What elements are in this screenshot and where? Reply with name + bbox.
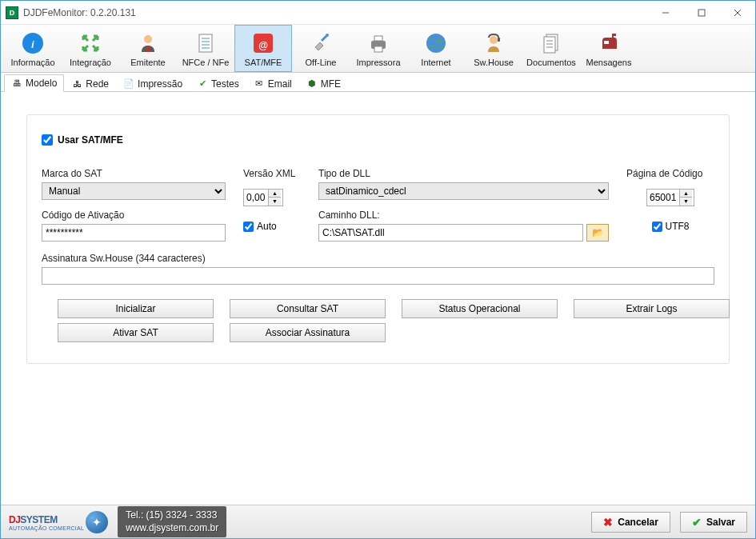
toolbar-nfce[interactable]: NFCe / NFe [177,25,234,72]
integration-icon [78,30,103,56]
ativar-button[interactable]: Ativar SAT [58,323,214,342]
sat-panel: Usar SAT/MFE Marca do SAT Manual Código … [26,114,730,364]
versao-spinner[interactable]: ▲▼ [243,189,283,206]
cancelar-button[interactable]: ✖Cancelar [591,512,670,533]
caminho-input[interactable] [318,224,583,242]
svg-rect-24 [544,37,555,53]
browse-button[interactable]: 📂 [586,224,609,242]
utf8-checkbox[interactable] [652,222,662,232]
toolbar-internet[interactable]: Internet [407,25,465,72]
contact-info: Tel.: (15) 3324 - 3333 www.djsystem.com.… [118,506,226,537]
sub-tabs: 🖶Modelo 🖧Rede 📄Impressão ✔Testes ✉Email … [1,73,755,92]
device-icon: 🖶 [11,78,22,89]
at-sign-icon: @ [250,30,276,56]
svg-rect-8 [199,34,212,52]
codigo-input[interactable] [42,224,226,242]
document-icon [193,30,218,56]
svg-rect-1 [698,10,705,16]
info-icon: i [20,30,46,56]
svg-text:@: @ [258,40,268,51]
usar-sat-checkbox[interactable] [42,134,53,146]
spin-up[interactable]: ▲ [680,190,692,198]
spin-down[interactable]: ▼ [269,198,281,206]
codigo-label: Código de Ativação [42,210,226,221]
assinatura-label: Assinatura Sw.House (344 caracteres) [42,253,714,264]
toolbar-offline[interactable]: Off-Line [292,25,350,72]
marca-label: Marca do SAT [42,168,226,179]
toolbar-integracao[interactable]: Integração [62,25,119,72]
subtab-modelo[interactable]: 🖶Modelo [4,74,64,92]
svg-rect-22 [498,38,500,42]
svg-rect-17 [374,36,382,41]
plug-icon [308,30,334,56]
toolbar-documentos[interactable]: Documentos [522,25,580,72]
spin-down[interactable]: ▼ [680,198,692,206]
toolbar-satmfe[interactable]: @SAT/MFE [234,25,292,72]
window-title: DJDFeMonitor: 0.2.20.131 [23,7,647,18]
subtab-email[interactable]: ✉Email [246,74,299,92]
utf8-label: UTF8 [666,221,690,232]
pagina-label: Página de Código [626,168,714,179]
support-icon [481,30,506,56]
globe-icon [423,30,449,56]
extrair-button[interactable]: Extrair Logs [574,299,730,318]
spin-up[interactable]: ▲ [269,190,281,198]
minimize-button[interactable] [647,1,683,24]
associar-button[interactable]: Associar Assinatura [230,323,386,342]
svg-point-20 [426,34,446,53]
salvar-button[interactable]: ✔Salvar [680,512,747,533]
footer: DJSYSTEM AUTOMAÇÃO COMERCIAL ✦ Tel.: (15… [1,505,755,538]
usar-sat-row: Usar SAT/MFE [42,134,714,146]
svg-rect-7 [146,46,150,52]
mailbox-icon [596,30,622,56]
shield-icon: ⬢ [306,78,318,90]
close-button[interactable] [719,1,755,24]
svg-rect-28 [604,41,609,44]
svg-point-19 [382,42,384,44]
svg-point-21 [490,36,498,44]
marca-select[interactable]: Manual [42,182,226,200]
titlebar: D DJDFeMonitor: 0.2.20.131 [1,1,755,25]
tipo-dll-select[interactable]: satDinamico_cdecl [318,182,609,200]
inicializar-button[interactable]: Inicializar [58,299,214,318]
svg-point-6 [144,35,152,43]
pagina-spinner[interactable]: ▲▼ [646,189,694,206]
printer-icon [366,30,391,56]
consultar-button[interactable]: Consultar SAT [230,299,386,318]
main-toolbar: iInformação Integração Emitente NFCe / N… [1,25,755,73]
network-icon: 🖧 [71,78,82,90]
toolbar-informacao[interactable]: iInformação [4,25,62,72]
check-icon: ✔ [197,78,208,90]
svg-rect-18 [374,46,382,52]
versao-input[interactable] [244,190,268,206]
toolbar-mensagens[interactable]: Mensagens [580,25,638,72]
subtab-testes[interactable]: ✔Testes [190,74,246,92]
assinatura-input[interactable] [42,267,714,285]
cancel-icon: ✖ [603,516,613,529]
email-icon: ✉ [254,78,265,90]
caminho-label: Caminho DLL: [318,210,609,221]
maximize-button[interactable] [683,1,719,24]
subtab-impressao[interactable]: 📄Impressão [116,74,190,92]
subtab-rede[interactable]: 🖧Rede [64,74,116,92]
auto-checkbox[interactable] [243,222,254,232]
svg-point-15 [326,34,329,37]
documents-icon [538,30,564,56]
toolbar-impressora[interactable]: Impressora [350,25,407,72]
person-icon [135,30,161,56]
status-button[interactable]: Status Operacional [402,299,558,318]
app-icon: D [6,6,18,19]
tipo-dll-label: Tipo de DLL [318,168,609,179]
print-icon: 📄 [123,78,134,90]
toolbar-swhouse[interactable]: Sw.House [465,25,522,72]
brand-logo: DJSYSTEM AUTOMAÇÃO COMERCIAL ✦ [9,511,108,533]
toolbar-emitente[interactable]: Emitente [119,25,177,72]
content-area: Usar SAT/MFE Marca do SAT Manual Código … [1,92,755,505]
subtab-mfe[interactable]: ⬢MFE [299,74,348,92]
usar-sat-label: Usar SAT/MFE [58,134,123,146]
auto-label: Auto [257,221,277,232]
logo-ball-icon: ✦ [86,511,108,533]
folder-icon: 📂 [592,227,604,238]
versao-label: Versão XML [243,168,301,179]
pagina-input[interactable] [647,190,679,206]
